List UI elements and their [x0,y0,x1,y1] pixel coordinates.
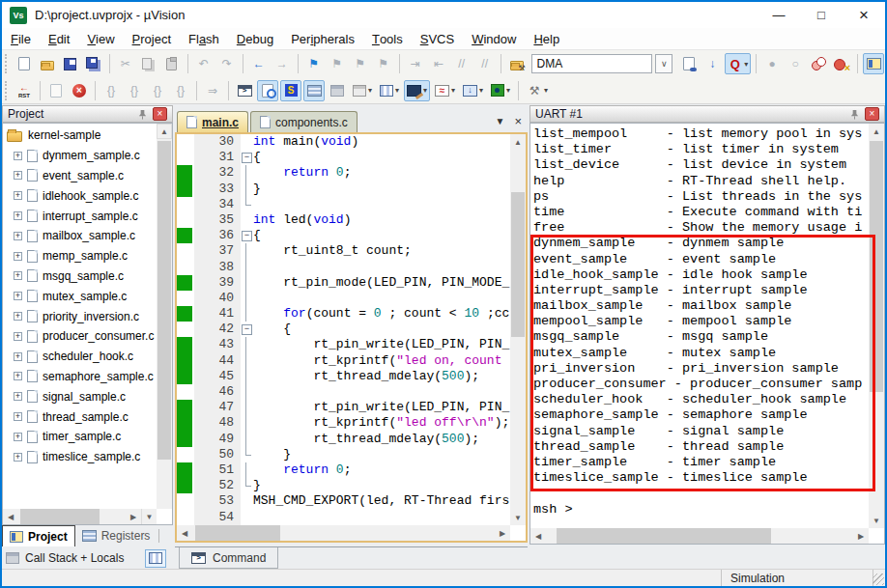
find-button[interactable]: ↓ [701,53,723,74]
dropdown-arrow-icon[interactable]: ▾ [395,86,399,95]
run-to-cursor-button[interactable]: {} [170,80,191,101]
scroll-down-icon[interactable]: ▼ [510,510,526,525]
disable-all-breakpoints-button[interactable] [808,53,829,74]
expand-icon[interactable]: + [14,171,22,180]
menu-svcs[interactable]: SVCS [412,28,463,49]
dropdown-arrow-icon[interactable]: ▾ [423,86,427,95]
uart-hscrollbar[interactable]: ◀ ▶ [530,528,869,544]
expand-icon[interactable]: + [14,152,22,160]
debug-tools-button[interactable]: ⚒▾ [524,80,551,101]
tab-command[interactable]: > Command [179,547,278,569]
close-button[interactable]: × [843,2,885,28]
uncomment-button[interactable]: // [474,53,496,74]
command-window-button[interactable]: > [234,80,255,101]
step-button[interactable]: {} [100,80,122,101]
resize-grip[interactable] [873,574,884,585]
navigate-back-button[interactable]: ← [248,53,270,74]
dropdown-arrow-icon[interactable]: ▾ [368,86,372,95]
analysis-window-button[interactable]: ≈▾ [432,80,458,101]
open-file-button[interactable] [37,53,58,74]
expand-icon[interactable]: + [14,232,22,240]
quick-search-button[interactable]: Q▾ [725,53,751,74]
tree-item[interactable]: +priority_inversion.c [3,306,157,326]
tab-main-c[interactable]: main.c [177,111,248,132]
indent-button[interactable]: ⇥ [405,53,426,74]
tab-callstack-locals[interactable]: Call Stack + Locals [25,551,124,565]
tree-item[interactable]: +mailbox_sample.c [3,226,157,246]
cut-button[interactable]: ✂ [115,53,136,74]
tree-item[interactable]: +thread_sample.c [3,406,157,427]
scroll-left-icon[interactable]: ◀ [530,528,546,544]
tree-item[interactable]: +semaphore_sample.c [3,367,157,387]
tree-item[interactable]: +idlehook_sample.c [3,185,157,206]
dropdown-arrow-icon[interactable]: ▾ [744,60,748,69]
prev-bookmark-button[interactable]: ⚑ [327,53,348,74]
scroll-down-icon[interactable]: ▼ [141,509,157,524]
toggle-bookmark-button[interactable]: ⚑ [303,53,325,74]
tree-item[interactable]: +scheduler_hook.c [3,347,157,367]
dropdown-arrow-icon[interactable]: ▾ [544,86,548,95]
tree-item[interactable]: +msgq_sample.c [3,266,157,287]
tree-item[interactable]: +mutex_sample.c [3,286,157,306]
maximize-button[interactable]: □ [800,2,843,28]
expand-icon[interactable]: + [14,412,22,421]
undo-button[interactable]: ↶ [193,53,215,74]
tab-project[interactable]: Project [2,525,75,546]
show-current-statement-button[interactable]: ⇒ [202,80,223,101]
scroll-right-icon[interactable]: ▶ [495,525,510,541]
tree-item[interactable]: +event_sample.c [3,166,157,186]
dropdown-arrow-icon[interactable]: ▾ [506,86,510,95]
reset-cpu-button[interactable]: RST [14,80,35,101]
expand-icon[interactable]: + [14,453,22,462]
project-panel-close-icon[interactable]: × [153,107,167,121]
uart-vscrollbar[interactable]: ▲ ▼ [869,124,884,528]
step-over-button[interactable]: {} [124,80,145,101]
expand-icon[interactable]: + [14,211,22,220]
menu-edit[interactable]: Edit [40,28,78,49]
navigate-forward-button[interactable]: → [272,53,293,74]
scroll-up-icon[interactable]: ▲ [869,124,884,139]
registers-window-button[interactable] [303,80,325,101]
expand-icon[interactable]: + [14,292,22,300]
paste-button[interactable] [161,53,183,74]
menu-tools[interactable]: Tools [363,28,412,49]
enable-disable-breakpoint-button[interactable]: ○ [785,53,806,74]
scroll-left-icon[interactable]: ◀ [177,525,192,541]
tab-list-icon[interactable]: ▼ [496,116,505,126]
scroll-right-icon[interactable]: ▶ [853,528,869,544]
tree-root[interactable]: kernel-sample [3,126,157,146]
dropdown-arrow-icon[interactable]: ▾ [479,86,483,95]
disassembly-window-button[interactable] [257,80,278,101]
uart-output[interactable]: list_mempool - list memory pool in sysli… [530,124,869,528]
menu-project[interactable]: Project [124,28,180,49]
expand-icon[interactable]: + [14,252,22,261]
fold-gutter[interactable] [241,228,253,243]
close-file-icon[interactable]: × [514,114,522,128]
comment-button[interactable]: // [451,53,472,74]
trace-window-button[interactable]: ↓▾ [460,80,486,101]
scroll-right-icon[interactable]: ▶ [126,509,141,524]
callstack-window-button[interactable] [327,80,348,101]
system-viewer-button[interactable]: ▾ [488,80,513,101]
minimize-button[interactable]: — [758,2,800,28]
tree-item[interactable]: +dynmem_sample.c [3,146,157,166]
tree-item[interactable]: +interrupt_sample.c [3,206,157,226]
expand-icon[interactable]: + [14,392,22,401]
project-tree-hscrollbar[interactable]: ◀ ▶ ▼ [3,509,157,524]
find-in-files-button[interactable] [678,53,700,74]
menu-view[interactable]: View [78,28,123,49]
project-tree-vscrollbar[interactable]: ▲ [157,124,172,509]
menu-flash[interactable]: Flash [180,28,228,49]
tab-registers[interactable]: Registers [75,525,157,546]
save-all-button[interactable] [83,53,104,74]
project-window-toggle-button[interactable] [863,53,884,74]
symbols-window-button[interactable]: S [280,80,301,101]
insert-remove-breakpoint-button[interactable]: ● [761,53,783,74]
stop-debug-button[interactable]: × [69,80,90,101]
show-next-statement-button[interactable] [45,80,67,101]
tree-item[interactable]: +timeslice_sample.c [3,447,157,467]
options-for-target-button[interactable] [506,53,528,74]
scroll-down-icon[interactable]: ▼ [869,513,884,528]
code-area[interactable]: 30int main(void)31{32 return 0;33}3435in… [177,134,510,525]
scroll-up-icon[interactable]: ▲ [157,124,172,139]
